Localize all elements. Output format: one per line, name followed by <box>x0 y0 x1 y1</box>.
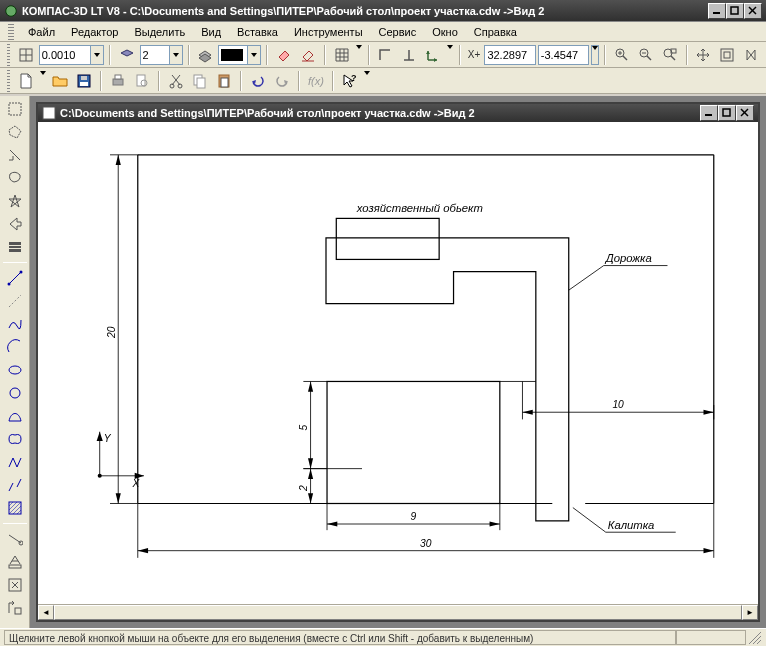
print-icon[interactable] <box>107 70 129 92</box>
paste-icon[interactable] <box>213 70 235 92</box>
select-prev-icon[interactable] <box>2 144 28 166</box>
zoom-in-icon[interactable] <box>611 44 633 66</box>
copy-icon[interactable] <box>189 70 211 92</box>
document-icon <box>42 106 56 120</box>
spline-icon[interactable] <box>2 313 28 335</box>
select-lasso-icon[interactable] <box>2 167 28 189</box>
select-tool-icon[interactable] <box>2 98 28 120</box>
coord-dropdown[interactable] <box>591 45 599 65</box>
point-icon[interactable] <box>2 474 28 496</box>
ellipse-icon[interactable] <box>2 359 28 381</box>
menu-window[interactable]: Окно <box>426 24 464 40</box>
doc-close-button[interactable] <box>736 105 754 121</box>
color-dropdown[interactable] <box>248 45 261 65</box>
zoom-window-icon[interactable] <box>659 44 681 66</box>
cs-dropdown-icon[interactable] <box>446 44 454 66</box>
dim-20: 20 <box>106 326 117 339</box>
select-all-icon[interactable] <box>2 236 28 258</box>
toolbar-gripper[interactable] <box>7 44 10 66</box>
doc-minimize-button[interactable] <box>700 105 718 121</box>
svg-rect-63 <box>336 218 439 259</box>
state-icon[interactable] <box>195 44 217 66</box>
document-titlebar: C:\Documents and Settings\ПИТЕР\Рабочий … <box>38 104 758 122</box>
dim-2: 2 <box>298 485 309 492</box>
help-dropdown-icon[interactable] <box>363 70 371 92</box>
layer-dropdown[interactable] <box>170 45 183 65</box>
y-coord-field[interactable] <box>538 45 589 65</box>
app-icon <box>4 4 18 18</box>
save-icon[interactable] <box>73 70 95 92</box>
step-combo[interactable] <box>39 45 104 65</box>
menu-tools[interactable]: Инструменты <box>288 24 369 40</box>
snap-icon[interactable] <box>15 44 37 66</box>
step-dropdown[interactable] <box>91 45 104 65</box>
redo-icon[interactable] <box>271 70 293 92</box>
menu-service[interactable]: Сервис <box>373 24 423 40</box>
refresh-icon[interactable] <box>740 44 762 66</box>
drawing-canvas[interactable]: хозяйственный обьект Дорожка <box>38 122 758 604</box>
aux-line-icon[interactable] <box>2 290 28 312</box>
scroll-right-icon[interactable]: ► <box>742 605 758 620</box>
text-icon[interactable] <box>2 551 28 573</box>
menu-select[interactable]: Выделить <box>128 24 191 40</box>
left-toolbox <box>0 96 30 628</box>
svg-line-10 <box>623 56 627 60</box>
polyline-icon[interactable] <box>2 451 28 473</box>
new-icon[interactable] <box>15 70 37 92</box>
step-input[interactable] <box>42 49 88 61</box>
table-icon[interactable] <box>2 597 28 619</box>
preview-icon[interactable] <box>131 70 153 92</box>
dimension-icon[interactable] <box>2 528 28 550</box>
ortho-icon[interactable] <box>375 44 397 66</box>
doc-maximize-button[interactable] <box>718 105 736 121</box>
close-button[interactable] <box>744 3 762 19</box>
dim-5: 5 <box>298 424 309 430</box>
scroll-thumb[interactable] <box>54 605 742 620</box>
circle-icon[interactable] <box>2 382 28 404</box>
select-type-icon[interactable] <box>2 213 28 235</box>
select-poly-icon[interactable] <box>2 121 28 143</box>
menubar-gripper[interactable] <box>8 24 14 40</box>
fx-icon[interactable]: f(x) <box>305 70 327 92</box>
arc-icon[interactable] <box>2 336 28 358</box>
mdi-area: C:\Documents and Settings\ПИТЕР\Рабочий … <box>30 96 766 628</box>
horizontal-scrollbar[interactable]: ◄ ► <box>38 604 758 620</box>
leader-icon[interactable] <box>2 574 28 596</box>
eraser2-icon[interactable] <box>297 44 319 66</box>
layer-combo[interactable] <box>140 45 183 65</box>
pan-icon[interactable] <box>693 44 715 66</box>
minimize-button[interactable] <box>708 3 726 19</box>
menu-file[interactable]: Файл <box>22 24 61 40</box>
menu-view[interactable]: Вид <box>195 24 227 40</box>
x-coord-field[interactable] <box>484 45 535 65</box>
new-dropdown-icon[interactable] <box>39 70 47 92</box>
menubar: Файл Редактор Выделить Вид Вставка Инстр… <box>0 22 766 42</box>
menu-edit[interactable]: Редактор <box>65 24 124 40</box>
menu-insert[interactable]: Вставка <box>231 24 284 40</box>
cut-icon[interactable] <box>165 70 187 92</box>
layers-icon[interactable] <box>116 44 138 66</box>
scroll-left-icon[interactable]: ◄ <box>38 605 54 620</box>
open-icon[interactable] <box>49 70 71 92</box>
local-cs-icon[interactable] <box>422 44 444 66</box>
toolbar2-gripper[interactable] <box>7 70 10 92</box>
grid-dropdown-icon[interactable] <box>355 44 363 66</box>
grid-icon[interactable] <box>331 44 353 66</box>
menu-help[interactable]: Справка <box>468 24 523 40</box>
select-cross-icon[interactable] <box>2 190 28 212</box>
perp-icon[interactable] <box>398 44 420 66</box>
eraser-icon[interactable] <box>273 44 295 66</box>
color-combo[interactable] <box>218 45 261 65</box>
rect-tool-icon[interactable] <box>2 428 28 450</box>
layer-input[interactable] <box>143 49 167 61</box>
zoom-fit-icon[interactable] <box>716 44 738 66</box>
maximize-button[interactable] <box>726 3 744 19</box>
help-cursor-icon[interactable]: ? <box>339 70 361 92</box>
zoom-out-icon[interactable] <box>635 44 657 66</box>
hatch-icon[interactable] <box>2 497 28 519</box>
svg-rect-53 <box>43 107 55 119</box>
resize-grip-icon[interactable] <box>748 631 762 645</box>
line-tool-icon[interactable] <box>2 267 28 289</box>
bezier-icon[interactable] <box>2 405 28 427</box>
undo-icon[interactable] <box>247 70 269 92</box>
